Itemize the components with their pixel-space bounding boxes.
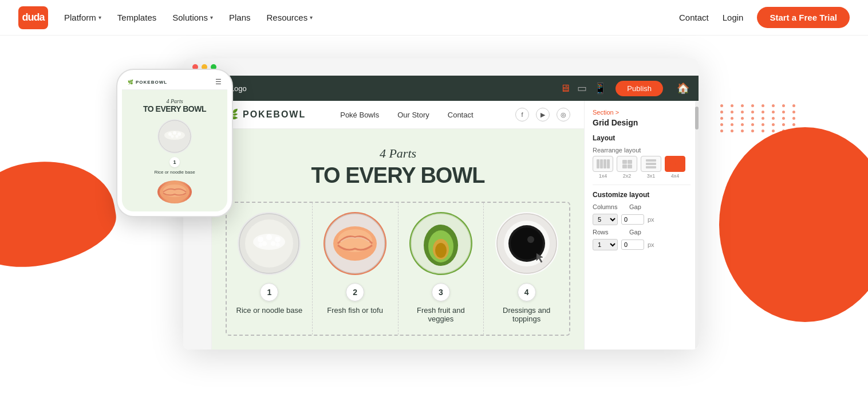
columns-label: Columns	[593, 203, 621, 210]
layout-1x4-label: 1x4	[599, 173, 607, 179]
columns-gap-input[interactable]	[621, 214, 644, 225]
logo-text: duda	[22, 11, 45, 23]
layout-1x4-button[interactable]	[593, 156, 613, 172]
nav-resources[interactable]: Resources ▾	[266, 13, 313, 22]
phone-item-label-1: Rice or noodle base	[154, 170, 195, 175]
site-nav-our-story[interactable]: Our Story	[397, 111, 429, 119]
nav-login-link[interactable]: Login	[723, 13, 744, 22]
gap-unit-label: px	[648, 216, 654, 223]
mobile-phone-preview: 🌿 POKEBOWL ☰ 4 Parts TO EVERY BOWL 1 Ric…	[117, 70, 232, 216]
browser-close-dot	[192, 64, 198, 70]
layout-4x4-label: 4x4	[671, 173, 680, 179]
poke-item-fish: 2 Fresh fish or tofu	[313, 203, 399, 335]
layout-2x2-label: 2x2	[623, 173, 632, 179]
browser-window: 🌿 Your Logo 🖥 ▭ 📱 Publish 🏠 ≡ 🎓	[183, 58, 699, 350]
poke-item-sauce: 4 Dressings and toppings	[484, 203, 569, 335]
layout-4x4-button[interactable]	[665, 156, 685, 172]
editor-toolbar: 🌿 Your Logo 🖥 ▭ 📱 Publish 🏠	[183, 76, 699, 101]
phone-logo-text: POKEBOWL	[136, 80, 167, 85]
blob-right-decoration	[719, 127, 868, 322]
home-icon[interactable]: 🏠	[677, 82, 689, 95]
phone-title-bold: TO EVERY BOWL	[128, 104, 222, 113]
panel-scrollbar[interactable]	[695, 101, 699, 350]
desktop-icon[interactable]: 🖥	[560, 83, 570, 95]
svg-point-4	[177, 132, 181, 136]
layout-3x1-button[interactable]	[641, 156, 661, 172]
site-logo-text: POKEBOWL	[243, 109, 306, 120]
mobile-icon[interactable]: 📱	[594, 82, 606, 95]
site-nav-contact[interactable]: Contact	[448, 111, 474, 119]
site-nav-bar: 🌿 POKEBOWL Poké Bowls Our Story Contact …	[212, 101, 584, 129]
food-sauce-image	[495, 212, 558, 275]
panel-layout-title: Layout	[593, 134, 691, 142]
youtube-icon[interactable]: ▶	[536, 108, 550, 121]
svg-point-13	[266, 234, 272, 240]
poke-label-3: Fresh fruit and veggies	[405, 306, 477, 323]
tablet-icon[interactable]: ▭	[577, 82, 587, 95]
svg-point-3	[173, 131, 176, 135]
layout-2x2-button[interactable]	[617, 156, 637, 172]
panel-scrollbar-thumb	[695, 107, 699, 129]
svg-point-26	[435, 243, 447, 258]
site-social-icons: f ▶ ◎	[515, 108, 570, 121]
panel-title: Grid Design	[593, 118, 691, 127]
food-fish-image	[323, 212, 386, 275]
poke-label-2: Fresh fish or tofu	[327, 306, 383, 315]
poke-num-3: 3	[432, 283, 450, 301]
nav-solutions-label: Solutions	[172, 13, 208, 22]
main-nav: duda Platform ▾ Templates Solutions ▾ Pl…	[0, 0, 868, 36]
nav-platform[interactable]: Platform ▾	[64, 13, 101, 22]
svg-point-12	[258, 237, 263, 242]
instagram-icon[interactable]: ◎	[557, 108, 570, 121]
browser-chrome-bar	[183, 58, 699, 76]
publish-button[interactable]: Publish	[616, 81, 663, 96]
svg-point-5	[171, 135, 174, 138]
nav-solutions[interactable]: Solutions ▾	[172, 13, 213, 22]
rows-label: Rows	[593, 229, 621, 235]
nav-templates[interactable]: Templates	[117, 13, 156, 22]
duda-logo[interactable]: duda	[18, 6, 48, 29]
svg-point-2	[168, 132, 172, 136]
phone-title-italic: 4 Parts	[128, 98, 222, 104]
nav-contact-link[interactable]: Contact	[679, 13, 709, 22]
blob-left-decoration	[0, 150, 123, 277]
panel-columns-row: Columns Gap	[593, 203, 691, 210]
site-logo: 🌿 POKEBOWL	[226, 108, 306, 121]
nav-platform-label: Platform	[64, 13, 96, 22]
poke-label-4: Dressings and toppings	[491, 306, 562, 323]
poke-section-title-italic: 4 Parts	[226, 146, 570, 161]
start-trial-button[interactable]: Start a Free Trial	[757, 7, 850, 28]
facebook-icon[interactable]: f	[515, 108, 529, 121]
editor-content-area: ≡ 🎓 🌿 POKEBOWL Poké Bowls Our Story	[183, 101, 699, 350]
nav-plans-label: Plans	[229, 13, 251, 22]
nav-plans[interactable]: Plans	[229, 13, 251, 22]
phone-logo-icon: 🌿	[128, 80, 133, 85]
food-rice-image	[238, 212, 301, 275]
site-nav-poke-bowls[interactable]: Poké Bowls	[340, 111, 379, 119]
gap-label-columns: Gap	[629, 203, 641, 210]
layout-3x1-label: 3x1	[647, 173, 656, 179]
svg-point-15	[262, 241, 267, 246]
rows-gap-input[interactable]	[621, 240, 644, 250]
panel-rows-inputs: 1 2 3 4 px	[593, 239, 691, 250]
phone-food-fish-preview	[157, 180, 192, 203]
panel-layout-options: 1x4 2x2	[593, 156, 691, 179]
browser-minimize-dot	[202, 64, 207, 70]
phone-menu-icon: ☰	[215, 78, 222, 86]
dots-pattern-decoration	[720, 104, 799, 132]
nav-right: Contact Login Start a Free Trial	[679, 7, 850, 28]
nav-templates-label: Templates	[117, 13, 156, 22]
poke-section-title-bold: TO EVERY BOWL	[226, 163, 570, 188]
food-avocado-image	[409, 212, 472, 275]
chevron-icon: ▾	[210, 14, 213, 21]
svg-point-17	[259, 243, 263, 247]
rows-gap-unit-label: px	[648, 241, 654, 248]
svg-point-6	[176, 135, 179, 138]
svg-point-31	[527, 236, 534, 243]
poke-label-1: Rice or noodle base	[236, 306, 303, 315]
columns-select[interactable]: 5 4 3 2 1	[593, 214, 618, 225]
poke-num-1: 1	[260, 283, 278, 301]
svg-point-18	[276, 243, 280, 247]
editor-device-icons: 🖥 ▭ 📱	[560, 82, 606, 95]
rows-select[interactable]: 1 2 3 4	[593, 239, 618, 250]
